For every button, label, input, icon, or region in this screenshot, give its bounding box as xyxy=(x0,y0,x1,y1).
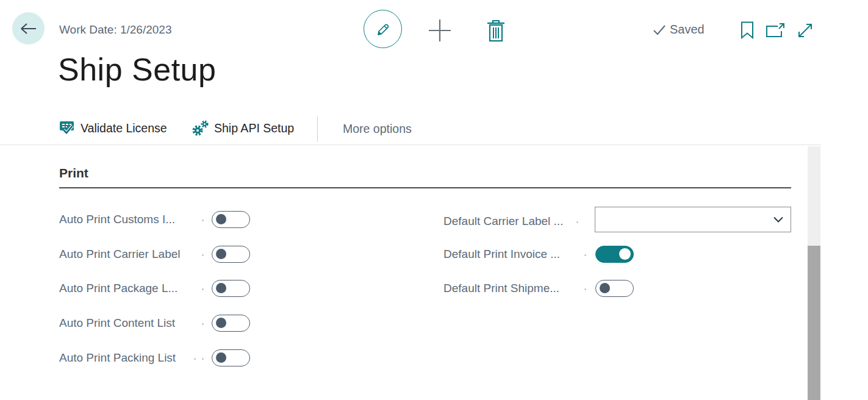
default-carrier-label-select[interactable] xyxy=(595,207,791,232)
leader-dot xyxy=(202,288,204,290)
field-label-auto-print-content-list: Auto Print Content List xyxy=(59,316,175,330)
action-bar-divider xyxy=(317,116,318,142)
back-button[interactable] xyxy=(12,12,45,45)
leader-dot xyxy=(584,254,586,256)
action-bar-border xyxy=(0,145,821,145)
work-date[interactable]: Work Date: 1/26/2023 xyxy=(59,23,171,37)
leader-dot xyxy=(584,288,586,290)
vertical-scrollbar-thumb[interactable] xyxy=(808,246,820,400)
pencil-icon xyxy=(375,21,392,38)
save-status: Saved xyxy=(653,23,705,37)
leader-dot xyxy=(194,358,196,360)
field-label-default-print-invoice: Default Print Invoice ... xyxy=(443,248,560,261)
plus-icon xyxy=(428,18,452,43)
license-check-icon xyxy=(59,120,75,136)
field-label-default-carrier-label: Default Carrier Label ... xyxy=(443,215,563,228)
page-title: Ship Setup xyxy=(58,51,216,88)
validate-license-button[interactable]: Validate License xyxy=(59,120,167,136)
print-section-title: Print xyxy=(59,166,88,180)
leader-dot xyxy=(202,254,204,256)
field-label-auto-print-packing-list: Auto Print Packing List xyxy=(59,351,176,365)
toggle-auto-print-carrier-label[interactable] xyxy=(212,246,250,263)
toggle-auto-print-content-list[interactable] xyxy=(212,315,250,332)
bookmark-icon xyxy=(741,21,754,39)
field-label-auto-print-customs: Auto Print Customs I... xyxy=(59,213,175,226)
expand-diagonal-icon xyxy=(796,21,814,40)
ship-api-setup-button[interactable]: Ship API Setup xyxy=(192,120,294,137)
leader-dot xyxy=(576,221,578,223)
toggle-auto-print-package[interactable] xyxy=(212,280,250,297)
trash-icon xyxy=(486,20,506,43)
chevron-down-icon xyxy=(773,216,783,223)
open-in-new-window-icon xyxy=(766,23,785,38)
new-button[interactable] xyxy=(428,18,452,43)
print-section-rule xyxy=(59,187,791,188)
more-options-button[interactable]: More options xyxy=(343,122,412,136)
ship-api-setup-label: Ship API Setup xyxy=(214,121,294,135)
arrow-left-icon xyxy=(20,22,37,35)
open-in-new-window-button[interactable] xyxy=(766,23,785,38)
leader-dot xyxy=(202,323,204,325)
edit-button[interactable] xyxy=(364,10,402,48)
leader-dot xyxy=(202,358,204,360)
toggle-auto-print-customs[interactable] xyxy=(212,211,250,228)
toggle-default-print-shipment[interactable] xyxy=(595,280,634,297)
toggle-auto-print-packing-list[interactable] xyxy=(212,349,250,366)
validate-license-label: Validate License xyxy=(81,121,167,135)
field-label-auto-print-package: Auto Print Package L... xyxy=(59,282,178,295)
leader-dot xyxy=(202,220,204,221)
toggle-default-print-invoice[interactable] xyxy=(595,246,634,263)
checkmark-icon xyxy=(653,24,666,35)
field-label-default-print-shipment: Default Print Shipme... xyxy=(443,282,559,295)
bookmark-button[interactable] xyxy=(741,21,754,39)
expand-button[interactable] xyxy=(796,21,814,40)
field-label-auto-print-carrier-label: Auto Print Carrier Label xyxy=(59,248,181,261)
gears-icon xyxy=(192,120,209,137)
saved-label: Saved xyxy=(670,23,705,37)
delete-button[interactable] xyxy=(484,18,508,44)
